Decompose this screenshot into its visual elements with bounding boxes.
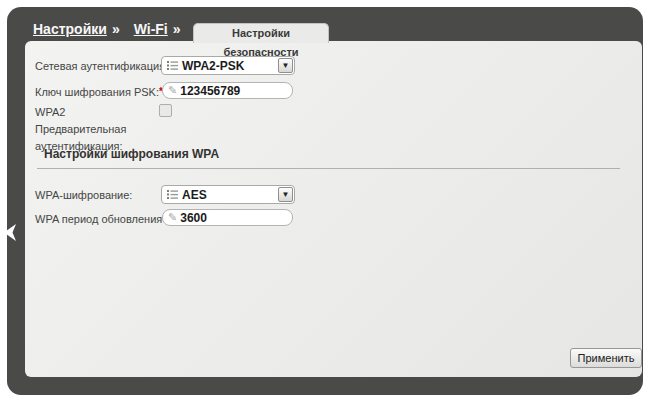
chevron-down-icon[interactable]: ▼ <box>278 187 293 202</box>
psk-key-label-text: Ключ шифрования PSK: <box>35 86 159 98</box>
content-panel: Сетевая аутентификация: WPA2-PSK ▼ Ключ … <box>25 41 642 377</box>
breadcrumb-link-wifi[interactable]: Wi-Fi <box>134 21 168 37</box>
psk-key-input[interactable] <box>180 84 286 98</box>
breadcrumb-separator: » <box>112 21 120 37</box>
list-icon <box>167 189 178 200</box>
tab-security-settings[interactable]: Настройки безопасности <box>193 23 329 43</box>
psk-key-field: ✎ <box>162 82 293 99</box>
breadcrumb-link-settings[interactable]: Настройки <box>33 21 107 37</box>
breadcrumb-separator: » <box>173 21 181 37</box>
section-divider <box>37 168 620 169</box>
pencil-icon: ✎ <box>168 212 177 223</box>
network-auth-label: Сетевая аутентификация: <box>35 59 168 73</box>
psk-key-label: Ключ шифрования PSK:* <box>35 85 163 99</box>
section-title-wpa: Настройки шифрования WPA <box>44 147 219 161</box>
wpa-rekey-input[interactable] <box>180 211 286 225</box>
wpa-rekey-field: ✎ <box>162 209 293 226</box>
wpa-encryption-label: WPA-шифрование: <box>35 188 132 202</box>
apply-button[interactable]: Применить <box>570 348 642 368</box>
collapse-menu-arrow-icon[interactable] <box>4 224 17 245</box>
pencil-icon: ✎ <box>168 85 177 96</box>
wpa-encryption-value: AES <box>182 188 207 202</box>
breadcrumb: Настройки » Wi-Fi » <box>33 21 190 37</box>
wpa-encryption-select[interactable]: AES ▼ <box>161 185 295 204</box>
wpa2-preauth-checkbox[interactable] <box>159 104 172 117</box>
list-icon <box>167 60 178 71</box>
